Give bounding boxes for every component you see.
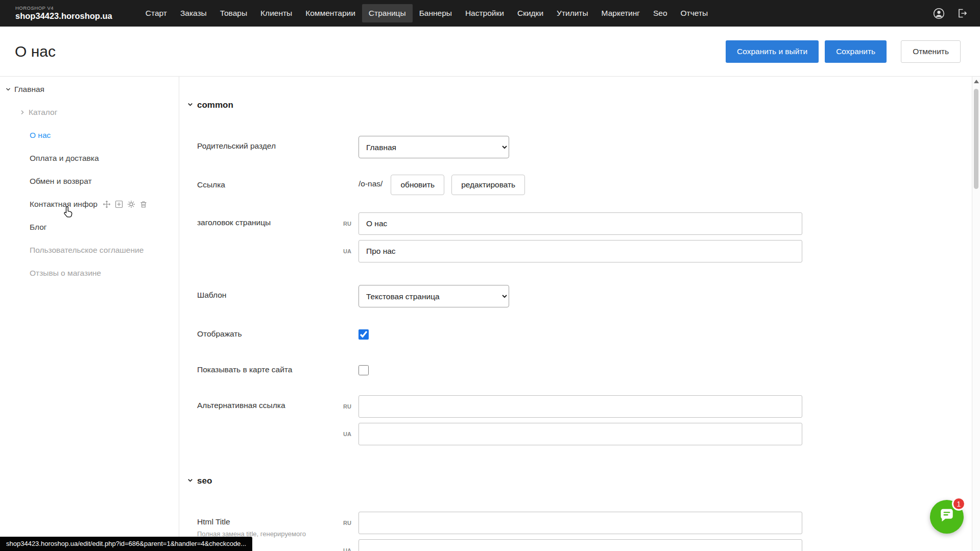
html-title-row: Html Title Полная замена title, генериру…: [197, 512, 972, 551]
sidebar-item-o-nas[interactable]: О нас: [0, 124, 179, 147]
alt-link-ru-input[interactable]: [358, 395, 802, 418]
page-header: О нас Сохранить и выйти Сохранить Отмени…: [0, 27, 980, 77]
sidebar-item-label: О нас: [30, 131, 51, 140]
sidebar-item-oplata-i-dostavka[interactable]: Оплата и доставка: [0, 147, 179, 170]
brand-domain: shop34423.horoshop.ua: [15, 11, 112, 21]
template-row: Шаблон Текстовая страница: [197, 285, 972, 307]
sidebar-item-label: Каталог: [29, 108, 57, 117]
edit-link-button[interactable]: редактировать: [451, 175, 525, 195]
chat-widget-button[interactable]: 1: [930, 500, 964, 534]
nav-comments[interactable]: Комментарии: [299, 4, 362, 22]
nav-clients[interactable]: Клиенты: [254, 4, 299, 22]
nav-settings[interactable]: Настройки: [459, 4, 511, 22]
vertical-scrollbar[interactable]: [972, 77, 980, 551]
sidebar-item-katalog[interactable]: Каталог: [0, 101, 179, 124]
tree-item-actions: [103, 200, 148, 208]
topbar-icons: [932, 7, 969, 20]
link-row: Ссылка /o-nas/ обновить редактировать: [197, 175, 972, 196]
chevron-down-icon: [187, 100, 194, 110]
html-title-ua-input[interactable]: [358, 539, 802, 551]
sidebar-item-kontaktnaya-informaciya[interactable]: Контактная инфор: [0, 193, 179, 215]
status-url-bar: shop34423.horoshop.ua/edit/edit.php?id=6…: [0, 537, 252, 551]
brand-logo[interactable]: HOROSHOP V4 shop34423.horoshop.ua: [15, 6, 112, 21]
gear-icon[interactable]: [127, 200, 135, 208]
chevron-down-icon[interactable]: [2, 86, 14, 92]
page-title-ua-input[interactable]: [358, 240, 802, 262]
field-label: заголовок страницы: [197, 212, 325, 227]
page-title-row: заголовок страницы RU UA: [197, 212, 972, 262]
lang-tag-ru: RU: [325, 395, 358, 410]
header-buttons: Сохранить и выйти Сохранить Отменить: [726, 40, 961, 63]
parent-section-select[interactable]: Главная: [358, 136, 509, 158]
nav-start[interactable]: Старт: [139, 4, 174, 22]
page-title-ru-input[interactable]: [358, 212, 802, 235]
chat-bubble-icon: [938, 507, 955, 526]
field-label: Шаблон: [197, 285, 325, 300]
chevron-down-icon: [187, 476, 194, 486]
sidebar-item-otzyvy-o-magazine[interactable]: Отзывы о магазине: [0, 261, 179, 284]
sidebar-item-label: Контактная инфор: [30, 200, 98, 209]
section-common[interactable]: common: [187, 100, 972, 110]
sidebar-item-label: Отзывы о магазине: [30, 269, 101, 278]
account-icon[interactable]: [932, 7, 945, 20]
page-edit-form: common Родительский раздел Главная Ссылк…: [180, 77, 972, 551]
sidebar-item-polzovatelskoe-soglashenie[interactable]: Пользовательское соглашение: [0, 238, 179, 261]
field-label: Родительский раздел: [197, 136, 325, 151]
nav-products[interactable]: Товары: [213, 4, 254, 22]
section-seo[interactable]: seo: [187, 476, 972, 486]
section-title: common: [197, 100, 233, 110]
add-page-icon[interactable]: [115, 200, 123, 208]
sidebar-item-glavnaya[interactable]: Главная: [0, 78, 179, 101]
nav-banners[interactable]: Баннеры: [413, 4, 459, 22]
sidebar-item-label: Блог: [30, 223, 47, 232]
sidebar-item-blog[interactable]: Блог: [0, 215, 179, 238]
html-title-ru-input[interactable]: [358, 512, 802, 534]
lang-tag-ru: RU: [325, 212, 358, 227]
sidebar-item-obmen-i-vozvrat[interactable]: Обмен и возврат: [0, 170, 179, 193]
save-and-exit-button[interactable]: Сохранить и выйти: [726, 40, 819, 63]
nav-pages[interactable]: Страницы: [362, 4, 413, 22]
brand-version: HOROSHOP V4: [15, 6, 112, 11]
field-label: Html Title: [197, 517, 325, 526]
sidebar-item-label: Обмен и возврат: [30, 177, 92, 186]
field-label: Ссылка: [197, 175, 325, 189]
lang-tag-ua: UA: [325, 240, 358, 254]
nav-discounts[interactable]: Скидки: [511, 4, 550, 22]
nav-utilities[interactable]: Утилиты: [550, 4, 595, 22]
scroll-up-icon[interactable]: [974, 80, 979, 83]
scrollbar-thumb[interactable]: [974, 89, 978, 189]
display-row: Отображать: [197, 324, 972, 345]
chat-unread-badge: 1: [952, 497, 966, 511]
display-checkbox[interactable]: [358, 329, 369, 340]
chevron-right-icon[interactable]: [16, 109, 29, 115]
nav-marketing[interactable]: Маркетинг: [595, 4, 647, 22]
section-title: seo: [197, 476, 212, 486]
field-label: Отображать: [197, 324, 325, 339]
refresh-link-button[interactable]: обновить: [391, 175, 444, 195]
template-select[interactable]: Текстовая страница: [358, 285, 509, 307]
lang-tag-ua: UA: [325, 539, 358, 551]
nav-seo[interactable]: Seo: [647, 4, 674, 22]
cancel-button[interactable]: Отменить: [901, 40, 961, 63]
sidebar-item-label: Пользовательское соглашение: [30, 246, 144, 255]
trash-icon[interactable]: [139, 200, 148, 208]
field-label: Показывать в карте сайта: [197, 360, 325, 374]
save-button[interactable]: Сохранить: [825, 40, 887, 63]
page-title: О нас: [15, 43, 56, 60]
link-path-value: /o-nas/: [358, 175, 383, 195]
logout-icon[interactable]: [955, 7, 969, 20]
lang-tag-ru: RU: [325, 512, 358, 526]
pages-tree-sidebar: Главная Каталог О нас Оплата и доставка …: [0, 77, 179, 551]
sidebar-item-label: Главная: [14, 85, 44, 94]
nav-reports[interactable]: Отчеты: [674, 4, 715, 22]
lang-tag-ua: UA: [325, 423, 358, 437]
alt-link-ua-input[interactable]: [358, 423, 802, 445]
sitemap-checkbox[interactable]: [358, 365, 369, 375]
alt-link-row: Альтернативная ссылка RU UA: [197, 395, 972, 445]
sidebar-item-label: Оплата и доставка: [30, 154, 99, 163]
topbar: HOROSHOP V4 shop34423.horoshop.ua Старт …: [0, 0, 980, 27]
nav-orders[interactable]: Заказы: [174, 4, 213, 22]
parent-section-row: Родительский раздел Главная: [197, 136, 972, 158]
move-icon[interactable]: [103, 200, 111, 208]
main-nav: Старт Заказы Товары Клиенты Комментарии …: [139, 4, 714, 22]
